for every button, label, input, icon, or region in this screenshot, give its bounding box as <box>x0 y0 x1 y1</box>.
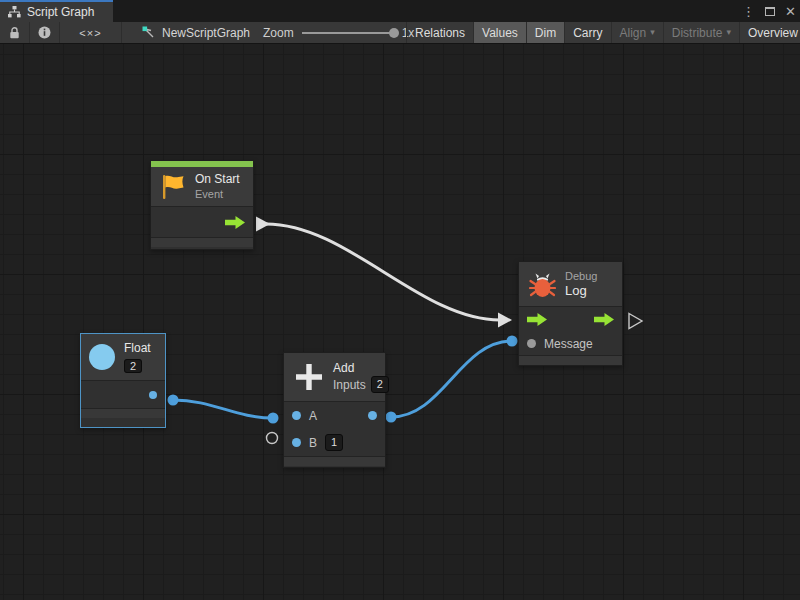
graph-name-label: NewScriptGraph <box>162 26 250 40</box>
unconnected-port-add-b[interactable] <box>267 433 278 444</box>
input-port-a[interactable] <box>292 411 301 420</box>
port-b-label: B <box>309 436 317 450</box>
dim-button[interactable]: Dim <box>526 22 564 43</box>
flow-wire-end-arrowhead <box>498 313 512 328</box>
add-output-port[interactable] <box>368 411 377 420</box>
wire-endpoint-message-input[interactable] <box>507 336 518 347</box>
node-category: Debug <box>565 269 597 283</box>
node-title: Float <box>124 341 151 356</box>
bug-icon <box>529 271 556 298</box>
flow-output-port[interactable] <box>594 313 614 326</box>
node-title: On Start <box>195 172 240 187</box>
zoom-control: Zoom 1x <box>263 22 414 43</box>
node-add[interactable]: Add Inputs 2 A B 1 <box>283 352 386 468</box>
node-footer <box>151 238 253 247</box>
tab-script-graph[interactable]: Script Graph <box>0 0 113 22</box>
message-port-label: Message <box>544 337 593 351</box>
relations-button[interactable]: Relations <box>406 22 473 43</box>
graph-canvas[interactable]: On Start Event <box>0 44 800 600</box>
code-icon: <×> <box>79 27 101 39</box>
graph-pointer-icon <box>142 26 156 39</box>
node-on-start[interactable]: On Start Event <box>150 160 254 250</box>
node-title: Add <box>333 361 389 376</box>
carry-button[interactable]: Carry <box>564 22 610 43</box>
port-a-label: A <box>309 409 317 423</box>
node-debug-log[interactable]: Debug Log Message <box>518 261 623 366</box>
flow-input-port[interactable] <box>527 313 547 326</box>
title-bar: Script Graph ⋮ ✕ <box>0 0 800 22</box>
node-footer <box>81 409 165 418</box>
inputs-count-input[interactable]: 2 <box>371 376 389 393</box>
node-float[interactable]: Float 2 <box>80 333 166 428</box>
graph-toolbar: <×> NewScriptGraph Zoom 1x Relations Val… <box>0 22 800 44</box>
flow-wire-start-arrowhead <box>256 217 270 232</box>
lock-icon <box>9 27 20 39</box>
input-port-b[interactable] <box>292 438 301 447</box>
node-subtitle: Event <box>195 187 240 201</box>
values-button[interactable]: Values <box>473 22 526 43</box>
unconnected-flow-output-log[interactable] <box>629 314 642 329</box>
float-value-input[interactable]: 2 <box>124 359 142 373</box>
lock-button[interactable] <box>0 22 30 43</box>
overview-button[interactable]: Overview <box>739 22 800 43</box>
zoom-slider-handle[interactable] <box>389 28 399 38</box>
zoom-slider[interactable] <box>302 32 394 34</box>
wire-endpoint-add-output[interactable] <box>386 412 397 423</box>
chevron-down-icon: ▾ <box>650 28 655 37</box>
zoom-label: Zoom <box>263 26 294 40</box>
graph-breadcrumb[interactable]: NewScriptGraph <box>142 22 250 43</box>
float-type-icon <box>89 344 115 370</box>
node-footer <box>284 457 385 466</box>
node-title: Log <box>565 283 597 299</box>
wire-endpoint-float-output[interactable] <box>168 395 179 406</box>
close-icon[interactable]: ✕ <box>785 5 796 18</box>
inputs-label: Inputs <box>333 378 366 392</box>
flow-wire-onstart-to-log[interactable] <box>266 224 500 320</box>
chevron-down-icon: ▾ <box>726 28 731 37</box>
distribute-dropdown[interactable]: Distribute ▾ <box>663 22 739 43</box>
tab-label: Script Graph <box>27 5 94 19</box>
port-b-value-input[interactable]: 1 <box>325 434 343 451</box>
code-view-button[interactable]: <×> <box>60 22 122 43</box>
wire-layer <box>0 44 800 600</box>
value-wire-float-to-add[interactable] <box>173 400 273 418</box>
float-output-port[interactable] <box>149 391 157 399</box>
wire-endpoint-add-input-a[interactable] <box>268 413 279 424</box>
node-footer <box>519 356 622 365</box>
value-wire-add-to-log[interactable] <box>391 341 512 417</box>
flow-output-port[interactable] <box>225 216 245 229</box>
hierarchy-icon <box>8 6 21 18</box>
message-input-port[interactable] <box>527 339 536 348</box>
info-icon <box>38 26 51 39</box>
align-dropdown[interactable]: Align ▾ <box>611 22 663 43</box>
maximize-icon[interactable] <box>765 7 775 16</box>
info-button[interactable] <box>30 22 60 43</box>
flag-icon <box>161 174 186 200</box>
menu-icon[interactable]: ⋮ <box>742 5 755 18</box>
plus-icon <box>294 362 324 392</box>
